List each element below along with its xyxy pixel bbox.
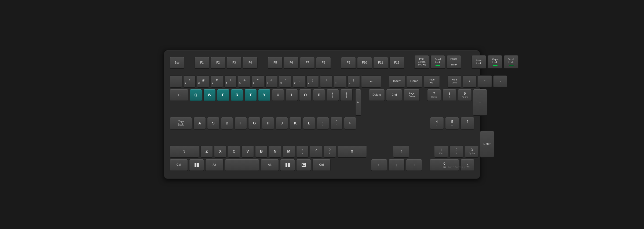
key-numpad-3[interactable]: 3 Pg Dn [465, 145, 479, 158]
key-f4[interactable]: F4 [243, 57, 258, 69]
key-alt-left[interactable]: Alt [205, 159, 224, 171]
key-5[interactable]: % 5 [238, 75, 250, 88]
key-f3[interactable]: F3 [227, 57, 241, 69]
key-insert[interactable]: Insert [389, 75, 405, 88]
key-numpad-multiply[interactable]: * [478, 75, 492, 88]
key-quote[interactable]: " ' [330, 117, 343, 130]
key-y[interactable]: Y [258, 89, 270, 101]
key-f5[interactable]: F5 [268, 57, 283, 69]
key-arrow-up[interactable]: ↑ [393, 145, 409, 158]
key-tab[interactable]: ⊣→ [170, 89, 188, 101]
key-f6[interactable]: F6 [284, 57, 299, 69]
key-n[interactable]: N [269, 145, 281, 158]
key-x[interactable]: X [214, 145, 226, 158]
key-t[interactable]: T [244, 89, 257, 101]
key-pause[interactable]: PauseBreak [447, 55, 461, 69]
key-8[interactable]: * 8 [279, 75, 291, 88]
key-page-down[interactable]: PageDown [404, 89, 420, 101]
key-numpad-minus[interactable]: - [493, 75, 507, 88]
key-s[interactable]: S [207, 117, 219, 130]
key-h[interactable]: H [262, 117, 274, 130]
key-arrow-right[interactable]: → [406, 159, 422, 171]
key-numpad-2[interactable]: 2 ↓ [449, 145, 463, 158]
key-m[interactable]: M [283, 145, 295, 158]
key-alt-right[interactable]: Alt [261, 159, 279, 171]
key-d[interactable]: D [221, 117, 233, 130]
key-slash[interactable]: ? / [324, 145, 336, 158]
key-7[interactable]: & 7 [265, 75, 278, 88]
key-u[interactable]: U [272, 89, 284, 101]
key-k[interactable]: K [289, 117, 302, 130]
key-a[interactable]: A [193, 117, 206, 130]
key-end[interactable]: End [386, 89, 402, 101]
key-z[interactable]: Z [200, 145, 213, 158]
key-r[interactable]: R [231, 89, 243, 101]
key-i[interactable]: I [286, 89, 298, 101]
key-scroll-lock-2[interactable]: ScrollLock [504, 55, 518, 69]
key-arrow-down[interactable]: ↓ [389, 159, 405, 171]
key-numpad-9[interactable]: 9 Pg Up [458, 89, 472, 101]
key-arrow-left[interactable]: ← [371, 159, 387, 171]
key-numlock-pad[interactable]: NumLock [447, 75, 461, 88]
key-l[interactable]: L [303, 117, 315, 130]
key-numpad-4[interactable]: 4 ← [430, 117, 444, 130]
key-0[interactable]: ) 0 [306, 75, 319, 88]
key-numpad-5[interactable]: 5 — [445, 117, 459, 130]
key-menu[interactable] [296, 159, 311, 171]
key-ctrl-left[interactable]: Ctrl [170, 159, 188, 171]
key-caps-lock[interactable]: CapsLock [170, 117, 192, 130]
key-numpad-8[interactable]: 8 ↑ [442, 89, 456, 101]
key-enter-small[interactable]: ↵ [344, 117, 356, 130]
key-f7[interactable]: F7 [300, 57, 315, 69]
key-shift-right[interactable]: ⇧ [337, 145, 367, 158]
key-ctrl-right[interactable]: Ctrl [312, 159, 331, 171]
key-1[interactable]: ! 1 [183, 75, 196, 88]
key-minus[interactable]: + - [320, 75, 332, 88]
key-w[interactable]: W [203, 89, 216, 101]
key-backspace[interactable]: ← [361, 75, 381, 88]
key-b[interactable]: B [255, 145, 268, 158]
key-caps-lock-top[interactable]: CapsLock [488, 55, 502, 69]
key-close-bracket[interactable]: } ] [340, 89, 353, 101]
key-print-screen[interactable]: PrintScreenSys Rq [414, 55, 429, 69]
key-f9[interactable]: F9 [341, 57, 356, 69]
key-numpad-enter[interactable]: Enter [480, 131, 494, 158]
key-enter[interactable]: ↵ [355, 89, 361, 116]
key-q[interactable]: Q [190, 89, 202, 101]
key-numpad-dot[interactable]: . Del [460, 159, 474, 171]
key-tilde[interactable]: ~ ` [170, 75, 182, 88]
key-equals[interactable]: | = [334, 75, 346, 88]
key-c[interactable]: C [228, 145, 240, 158]
key-numpad-0[interactable]: 0 Ins [430, 159, 459, 171]
key-open-bracket[interactable]: { [ [327, 89, 339, 101]
key-f11[interactable]: F11 [373, 57, 388, 69]
key-o[interactable]: O [299, 89, 312, 101]
key-numpad-slash[interactable]: / [463, 75, 477, 88]
key-page-up[interactable]: PageUp [424, 75, 440, 88]
key-6[interactable]: ^ 6 [252, 75, 264, 88]
key-home[interactable]: Home [406, 75, 422, 88]
key-p[interactable]: P [313, 89, 325, 101]
key-4[interactable]: $ 4 [224, 75, 237, 88]
key-f1[interactable]: F1 [195, 57, 209, 69]
key-backslash-top[interactable]: | \ [347, 75, 360, 88]
key-v[interactable]: V [241, 145, 254, 158]
key-win-left[interactable] [189, 159, 204, 171]
key-comma[interactable]: < , [296, 145, 309, 158]
key-spacebar[interactable] [225, 159, 259, 171]
key-g[interactable]: G [248, 117, 261, 130]
key-2[interactable]: @ 2 [197, 75, 209, 88]
key-numpad-6[interactable]: 6 → [460, 117, 474, 130]
key-numpad-7[interactable]: 7 Home [427, 89, 441, 101]
key-f[interactable]: F [235, 117, 247, 130]
key-f2[interactable]: F2 [211, 57, 225, 69]
key-semicolon[interactable]: : ; [317, 117, 329, 130]
key-shift-left[interactable]: ⇧ [170, 145, 199, 158]
key-j[interactable]: J [276, 117, 288, 130]
key-esc[interactable]: Esc [170, 57, 184, 69]
key-f10[interactable]: F10 [357, 57, 372, 69]
key-3[interactable]: # 3 [211, 75, 223, 88]
key-period[interactable]: > . [310, 145, 322, 158]
key-numpad-plus[interactable]: + [473, 89, 487, 116]
key-f8[interactable]: F8 [316, 57, 331, 69]
